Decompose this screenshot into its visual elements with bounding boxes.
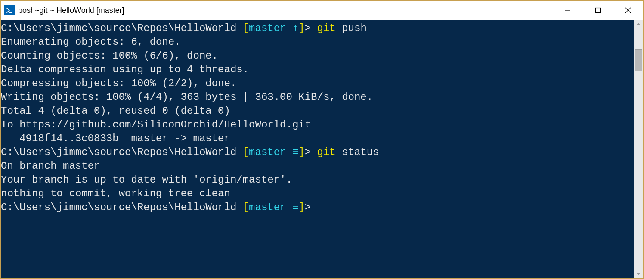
prompt-line-2: C:\Users\jimmc\source\Repos\HelloWorld [… — [1, 146, 634, 159]
minimize-button[interactable] — [553, 1, 583, 20]
output-line: Delta compression using up to 4 threads. — [1, 63, 634, 77]
output-line: Your branch is up to date with 'origin/m… — [1, 173, 634, 187]
maximize-button[interactable] — [583, 1, 613, 20]
output-line: Writing objects: 100% (4/4), 363 bytes |… — [1, 90, 634, 104]
output-line: Counting objects: 100% (6/6), done. — [1, 49, 634, 63]
bracket-open: [ — [236, 22, 249, 34]
scroll-thumb[interactable] — [635, 49, 642, 71]
output-line: Enumerating objects: 6, done. — [1, 35, 634, 49]
prompt-end: > — [305, 22, 317, 34]
branch-status: master ↑ — [249, 22, 298, 34]
prompt-path: C:\Users\jimmc\source\Repos\HelloWorld — [1, 22, 236, 34]
output-line: Compressing objects: 100% (2/2), done. — [1, 77, 634, 90]
close-button[interactable] — [613, 1, 643, 20]
output-line: Total 4 (delta 0), reused 0 (delta 0) — [1, 104, 634, 118]
git-args: push — [336, 22, 367, 34]
titlebar: posh~git ~ HelloWorld [master] — [1, 1, 643, 20]
svg-rect-2 — [596, 8, 601, 13]
prompt-path: C:\Users\jimmc\source\Repos\HelloWorld — [1, 146, 236, 158]
prompt-end: > — [305, 202, 317, 213]
output-line: On branch master — [1, 159, 634, 173]
git-command: git — [317, 22, 336, 34]
window-title: posh~git ~ HelloWorld [master] — [18, 6, 124, 15]
scroll-down-icon[interactable] — [634, 269, 643, 278]
terminal-area: C:\Users\jimmc\source\Repos\HelloWorld [… — [1, 20, 643, 278]
branch-status: master ≡ — [249, 202, 298, 213]
scrollbar[interactable] — [634, 20, 643, 278]
prompt-line-3: C:\Users\jimmc\source\Repos\HelloWorld [… — [1, 201, 634, 214]
bracket-open: [ — [236, 202, 249, 213]
bracket-close: ] — [298, 202, 304, 213]
prompt-path: C:\Users\jimmc\source\Repos\HelloWorld — [1, 202, 236, 213]
git-args: status — [336, 146, 379, 158]
output-line: 4918f14..3c0833b master -> master — [1, 132, 634, 146]
terminal[interactable]: C:\Users\jimmc\source\Repos\HelloWorld [… — [1, 20, 634, 278]
git-command: git — [317, 146, 336, 158]
bracket-close: ] — [298, 146, 304, 158]
output-line: nothing to commit, working tree clean — [1, 187, 634, 201]
powershell-icon — [4, 5, 15, 16]
prompt-line-1: C:\Users\jimmc\source\Repos\HelloWorld [… — [1, 22, 634, 35]
prompt-end: > — [305, 146, 317, 158]
bracket-open: [ — [236, 146, 249, 158]
scroll-up-icon[interactable] — [634, 20, 643, 29]
output-line: To https://github.com/SiliconOrchid/Hell… — [1, 118, 634, 132]
window-controls — [553, 1, 643, 20]
branch-status: master ≡ — [249, 146, 298, 158]
bracket-close: ] — [298, 22, 304, 34]
